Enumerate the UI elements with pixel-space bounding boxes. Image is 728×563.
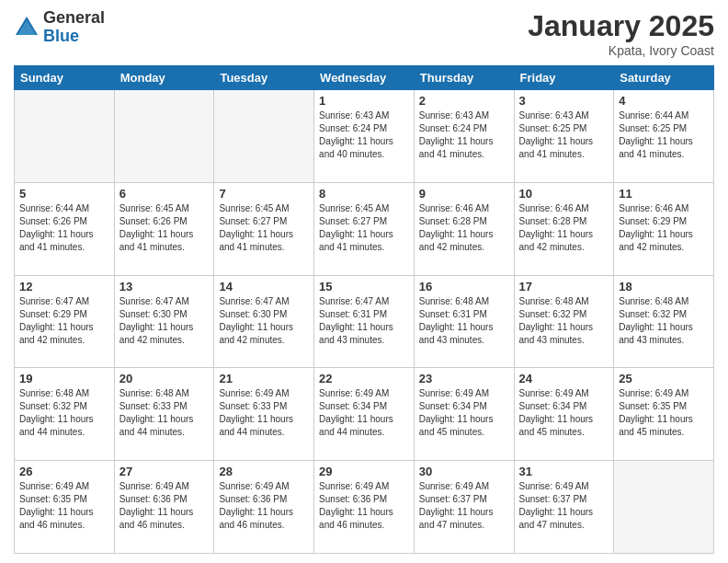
day-number: 4 [619, 94, 709, 108]
weekday-header-sunday: Sunday [15, 66, 115, 90]
calendar-cell: 5Sunrise: 6:44 AM Sunset: 6:26 PM Daylig… [15, 182, 115, 275]
day-info: Sunrise: 6:43 AM Sunset: 6:24 PM Dayligh… [319, 109, 409, 161]
day-info: Sunrise: 6:48 AM Sunset: 6:32 PM Dayligh… [19, 387, 109, 439]
calendar-cell [214, 90, 314, 183]
weekday-header-thursday: Thursday [414, 66, 514, 90]
calendar-cell: 29Sunrise: 6:49 AM Sunset: 6:36 PM Dayli… [314, 461, 415, 554]
weekday-header-row: SundayMondayTuesdayWednesdayThursdayFrid… [15, 66, 714, 90]
title-month: January 2025 [528, 9, 714, 43]
calendar-cell: 18Sunrise: 6:48 AM Sunset: 6:32 PM Dayli… [614, 275, 714, 368]
day-number: 29 [319, 465, 409, 478]
day-number: 10 [519, 187, 609, 201]
day-number: 21 [219, 372, 309, 385]
calendar-cell: 15Sunrise: 6:47 AM Sunset: 6:31 PM Dayli… [314, 275, 415, 368]
day-info: Sunrise: 6:48 AM Sunset: 6:32 PM Dayligh… [519, 295, 609, 347]
calendar-cell: 21Sunrise: 6:49 AM Sunset: 6:33 PM Dayli… [214, 368, 314, 461]
day-info: Sunrise: 6:49 AM Sunset: 6:37 PM Dayligh… [519, 480, 609, 532]
calendar-cell: 19Sunrise: 6:48 AM Sunset: 6:32 PM Dayli… [15, 368, 115, 461]
day-info: Sunrise: 6:47 AM Sunset: 6:30 PM Dayligh… [119, 295, 210, 347]
day-number: 5 [19, 187, 109, 201]
day-info: Sunrise: 6:48 AM Sunset: 6:33 PM Dayligh… [119, 387, 210, 439]
day-number: 15 [319, 280, 409, 293]
day-info: Sunrise: 6:49 AM Sunset: 6:36 PM Dayligh… [119, 480, 210, 532]
day-info: Sunrise: 6:49 AM Sunset: 6:34 PM Dayligh… [319, 387, 409, 439]
day-number: 11 [619, 187, 709, 201]
day-info: Sunrise: 6:46 AM Sunset: 6:28 PM Dayligh… [519, 202, 609, 254]
day-number: 1 [319, 94, 409, 108]
day-number: 19 [19, 372, 109, 385]
calendar-cell [614, 461, 714, 554]
calendar-cell: 16Sunrise: 6:48 AM Sunset: 6:31 PM Dayli… [414, 275, 514, 368]
week-row-5: 26Sunrise: 6:49 AM Sunset: 6:35 PM Dayli… [15, 461, 714, 554]
weekday-header-wednesday: Wednesday [314, 66, 415, 90]
weekday-header-friday: Friday [514, 66, 614, 90]
day-number: 26 [19, 465, 109, 478]
logo-general-text: General [43, 9, 105, 28]
day-info: Sunrise: 6:49 AM Sunset: 6:35 PM Dayligh… [619, 387, 709, 439]
day-number: 2 [419, 94, 509, 108]
day-info: Sunrise: 6:49 AM Sunset: 6:36 PM Dayligh… [319, 480, 409, 532]
day-info: Sunrise: 6:47 AM Sunset: 6:31 PM Dayligh… [319, 295, 409, 347]
day-number: 3 [519, 94, 609, 108]
day-number: 8 [319, 187, 409, 201]
day-number: 27 [119, 465, 210, 478]
day-info: Sunrise: 6:45 AM Sunset: 6:26 PM Dayligh… [119, 202, 210, 254]
calendar-cell: 3Sunrise: 6:43 AM Sunset: 6:25 PM Daylig… [514, 90, 614, 183]
calendar-cell: 6Sunrise: 6:45 AM Sunset: 6:26 PM Daylig… [114, 182, 214, 275]
day-info: Sunrise: 6:43 AM Sunset: 6:25 PM Dayligh… [519, 109, 609, 161]
day-number: 28 [219, 465, 309, 478]
calendar-cell: 31Sunrise: 6:49 AM Sunset: 6:37 PM Dayli… [514, 461, 614, 554]
day-number: 13 [119, 280, 210, 293]
calendar-cell: 13Sunrise: 6:47 AM Sunset: 6:30 PM Dayli… [114, 275, 214, 368]
day-info: Sunrise: 6:44 AM Sunset: 6:26 PM Dayligh… [19, 202, 109, 254]
day-number: 30 [419, 465, 509, 478]
weekday-header-saturday: Saturday [614, 66, 714, 90]
day-number: 31 [519, 465, 609, 478]
calendar-cell: 10Sunrise: 6:46 AM Sunset: 6:28 PM Dayli… [514, 182, 614, 275]
day-info: Sunrise: 6:48 AM Sunset: 6:32 PM Dayligh… [619, 295, 709, 347]
calendar-cell: 26Sunrise: 6:49 AM Sunset: 6:35 PM Dayli… [15, 461, 115, 554]
weekday-header-monday: Monday [114, 66, 214, 90]
day-info: Sunrise: 6:47 AM Sunset: 6:30 PM Dayligh… [219, 295, 309, 347]
calendar-cell: 1Sunrise: 6:43 AM Sunset: 6:24 PM Daylig… [314, 90, 415, 183]
day-number: 23 [419, 372, 509, 385]
day-info: Sunrise: 6:44 AM Sunset: 6:25 PM Dayligh… [619, 109, 709, 161]
calendar-cell [15, 90, 115, 183]
day-number: 9 [419, 187, 509, 201]
calendar-cell: 8Sunrise: 6:45 AM Sunset: 6:27 PM Daylig… [314, 182, 415, 275]
week-row-4: 19Sunrise: 6:48 AM Sunset: 6:32 PM Dayli… [15, 368, 714, 461]
day-info: Sunrise: 6:49 AM Sunset: 6:36 PM Dayligh… [219, 480, 309, 532]
weekday-header-tuesday: Tuesday [214, 66, 314, 90]
day-number: 14 [219, 280, 309, 293]
calendar-cell: 30Sunrise: 6:49 AM Sunset: 6:37 PM Dayli… [414, 461, 514, 554]
calendar-cell: 27Sunrise: 6:49 AM Sunset: 6:36 PM Dayli… [114, 461, 214, 554]
calendar-cell: 24Sunrise: 6:49 AM Sunset: 6:34 PM Dayli… [514, 368, 614, 461]
day-info: Sunrise: 6:47 AM Sunset: 6:29 PM Dayligh… [19, 295, 109, 347]
calendar-cell: 22Sunrise: 6:49 AM Sunset: 6:34 PM Dayli… [314, 368, 415, 461]
day-info: Sunrise: 6:49 AM Sunset: 6:37 PM Dayligh… [419, 480, 509, 532]
calendar-cell: 20Sunrise: 6:48 AM Sunset: 6:33 PM Dayli… [114, 368, 214, 461]
calendar-cell: 2Sunrise: 6:43 AM Sunset: 6:24 PM Daylig… [414, 90, 514, 183]
day-number: 24 [519, 372, 609, 385]
calendar-cell: 23Sunrise: 6:49 AM Sunset: 6:34 PM Dayli… [414, 368, 514, 461]
title-block: January 2025 Kpata, Ivory Coast [528, 9, 714, 58]
day-info: Sunrise: 6:43 AM Sunset: 6:24 PM Dayligh… [419, 109, 509, 161]
calendar-cell: 12Sunrise: 6:47 AM Sunset: 6:29 PM Dayli… [15, 275, 115, 368]
day-info: Sunrise: 6:49 AM Sunset: 6:34 PM Dayligh… [519, 387, 609, 439]
calendar-table: SundayMondayTuesdayWednesdayThursdayFrid… [14, 65, 714, 554]
day-info: Sunrise: 6:48 AM Sunset: 6:31 PM Dayligh… [419, 295, 509, 347]
calendar-cell: 17Sunrise: 6:48 AM Sunset: 6:32 PM Dayli… [514, 275, 614, 368]
day-info: Sunrise: 6:49 AM Sunset: 6:35 PM Dayligh… [19, 480, 109, 532]
day-info: Sunrise: 6:45 AM Sunset: 6:27 PM Dayligh… [319, 202, 409, 254]
day-number: 7 [219, 187, 309, 201]
day-info: Sunrise: 6:49 AM Sunset: 6:34 PM Dayligh… [419, 387, 509, 439]
day-number: 16 [419, 280, 509, 293]
calendar-cell: 11Sunrise: 6:46 AM Sunset: 6:29 PM Dayli… [614, 182, 714, 275]
calendar-cell: 4Sunrise: 6:44 AM Sunset: 6:25 PM Daylig… [614, 90, 714, 183]
day-number: 22 [319, 372, 409, 385]
day-number: 20 [119, 372, 210, 385]
page: General Blue January 2025 Kpata, Ivory C… [0, 0, 728, 563]
logo-icon [14, 15, 40, 40]
day-info: Sunrise: 6:46 AM Sunset: 6:28 PM Dayligh… [419, 202, 509, 254]
title-location: Kpata, Ivory Coast [528, 43, 714, 58]
